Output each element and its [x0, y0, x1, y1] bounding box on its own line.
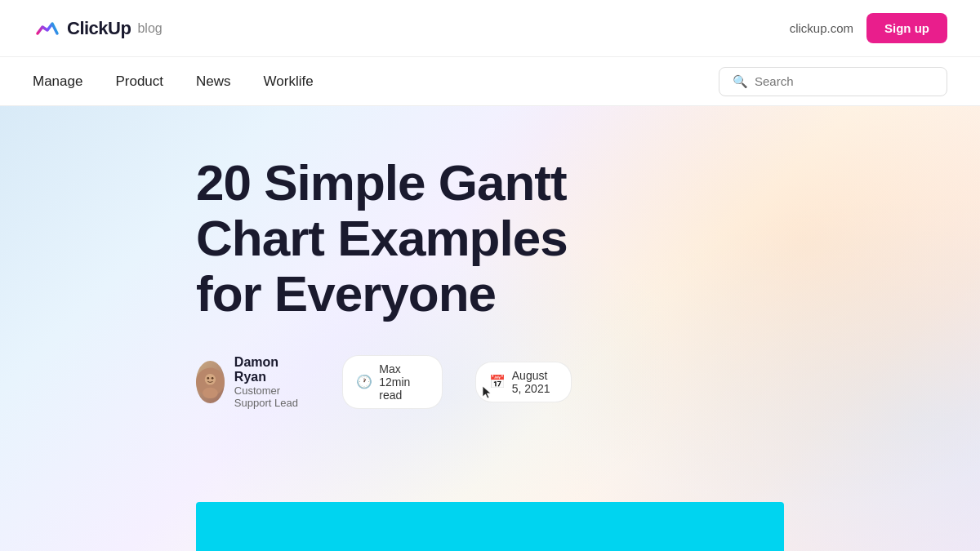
svg-point-3 — [207, 377, 209, 380]
nav-item-product[interactable]: Product — [115, 73, 163, 90]
svg-point-2 — [203, 387, 218, 398]
hero-content: 20 Simple Gantt Chart Examples for Every… — [0, 106, 572, 409]
svg-point-4 — [212, 377, 214, 380]
author-role: Customer Support Lead — [234, 384, 310, 409]
article-meta: Damon Ryan Customer Support Lead 🕐 Max 1… — [196, 355, 572, 409]
nav-links: Manage Product News Worklife — [33, 73, 314, 90]
nav-item-manage[interactable]: Manage — [33, 73, 82, 90]
site-header: ClickUp blog clickup.com Sign up — [0, 0, 980, 57]
svg-point-1 — [205, 374, 216, 384]
hero-bottom-bar — [196, 502, 784, 551]
logo-area: ClickUp blog — [33, 14, 163, 43]
nav-item-worklife[interactable]: Worklife — [264, 73, 314, 90]
search-icon: 🔍 — [733, 74, 748, 89]
search-bar[interactable]: 🔍 — [719, 67, 947, 96]
avatar — [196, 361, 225, 403]
search-input[interactable] — [755, 74, 933, 88]
author-info: Damon Ryan Customer Support Lead — [196, 355, 310, 409]
main-nav: Manage Product News Worklife 🔍 — [0, 57, 980, 106]
clock-icon: 🕐 — [356, 374, 372, 389]
author-name: Damon Ryan — [234, 355, 310, 384]
nav-item-news[interactable]: News — [196, 73, 231, 90]
logo-text: ClickUp — [67, 18, 131, 39]
header-actions: clickup.com Sign up — [790, 13, 947, 43]
publish-date: August 5, 2021 — [512, 369, 558, 395]
hero-section: 20 Simple Gantt Chart Examples for Every… — [0, 106, 980, 551]
read-time-text: Max 12min read — [379, 362, 429, 402]
author-avatar-image — [196, 361, 225, 403]
author-details: Damon Ryan Customer Support Lead — [234, 355, 310, 409]
read-time-badge: 🕐 Max 12min read — [342, 355, 443, 409]
clickup-site-link[interactable]: clickup.com — [790, 21, 853, 35]
signup-button[interactable]: Sign up — [866, 13, 947, 43]
blog-label: blog — [137, 21, 162, 36]
clickup-logo-icon — [33, 14, 62, 43]
cursor — [482, 385, 492, 400]
article-title: 20 Simple Gantt Chart Examples for Every… — [196, 155, 572, 322]
